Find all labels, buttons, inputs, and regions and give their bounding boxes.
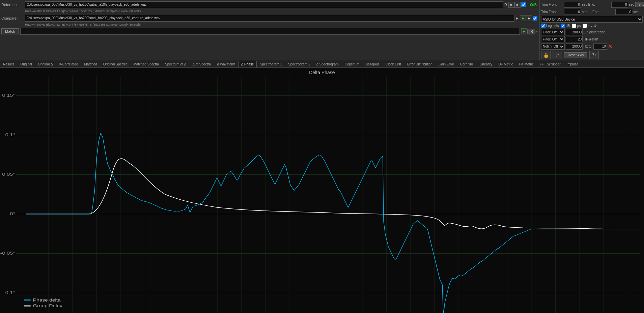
tab-original-[interactable]: Original Δ xyxy=(35,61,56,67)
tab-error-distribution[interactable]: Error Distribution xyxy=(404,61,436,67)
lock-icon-button[interactable]: 🔒 xyxy=(541,51,551,59)
compare-label: Compare: xyxy=(1,16,25,20)
checkbox-row: Log axis dB μs Inv. Φ xyxy=(541,24,643,28)
inv-label: Inv. Φ xyxy=(588,24,596,28)
tab-df-metric[interactable]: DF Metric xyxy=(495,61,516,67)
sec4-label: sec xyxy=(633,10,643,14)
expand-icon-button[interactable]: ⤢ xyxy=(553,51,562,59)
inv-item: Inv. Φ xyxy=(583,24,596,28)
db-gain-label: +0dB xyxy=(528,3,537,7)
compare-r-label: R xyxy=(516,16,519,20)
chart-container[interactable]: 0.15° 0.1° 0.05° 0° -0.05° -0.1° 10 20 3… xyxy=(0,76,644,313)
reference-file-input[interactable] xyxy=(25,1,503,8)
trim-front-row1: Trim Front: sec End: sec Show ◑ A xyxy=(541,1,643,8)
inv-checkbox[interactable] xyxy=(583,24,587,28)
compare-checkbox[interactable] xyxy=(533,16,537,21)
sec1-label: sec xyxy=(582,3,587,6)
tab--of-spectra[interactable]: Δ of Spectra xyxy=(190,61,214,67)
tab-spectrum-of-[interactable]: Spectrum of Δ xyxy=(162,61,189,67)
db-checkbox[interactable] xyxy=(561,24,565,28)
end-label2: End: xyxy=(592,10,614,14)
db-label2: dB xyxy=(566,24,570,28)
tabs-bar: ResultsOriginalOriginal ΔX-CorrelatedMat… xyxy=(0,60,644,68)
compare-file-input[interactable] xyxy=(25,15,514,22)
end-label: End: xyxy=(588,3,610,6)
tab-gain-error[interactable]: Gain Error xyxy=(436,61,457,67)
tab--waveform[interactable]: Δ Waveform xyxy=(214,61,238,67)
ir-button[interactable]: IR xyxy=(527,29,535,34)
lp-label: LP @start/enc xyxy=(584,30,605,34)
svg-text:Phase delta: Phase delta xyxy=(33,297,61,302)
us-item: μs xyxy=(572,24,581,28)
match-button[interactable]: Match xyxy=(1,28,19,34)
filter-input1[interactable] xyxy=(566,29,583,35)
tab-lissajous[interactable]: Lissajous xyxy=(362,61,383,67)
tab-original[interactable]: Original xyxy=(17,61,35,67)
trim-front-input2[interactable] xyxy=(564,9,581,15)
tab-clock-drift[interactable]: Clock Drift xyxy=(383,61,404,67)
tab-x-correlated[interactable]: X-Correlated xyxy=(56,61,81,67)
tab-corr-null[interactable]: Corr Null xyxy=(457,61,476,67)
tab-pk-metric[interactable]: PK Metric xyxy=(516,61,537,67)
svg-text:-0.1°: -0.1° xyxy=(3,290,15,295)
reset-axis-button[interactable]: Reset Axis xyxy=(564,52,587,58)
trim-front-row2: Trim Front: sec End: sec xyxy=(541,9,643,15)
match-input[interactable] xyxy=(20,28,520,35)
x-button[interactable]: ✕ xyxy=(608,43,612,50)
reference-checkbox[interactable] xyxy=(521,2,526,7)
us-label: μs xyxy=(577,24,581,28)
asio-select[interactable]: ASIO for USB Device xyxy=(541,16,643,23)
filter-select2[interactable]: Filter: Off xyxy=(541,36,565,42)
refresh-icon-button[interactable]: ↻ xyxy=(589,51,599,59)
tab-spectrogram-2[interactable]: Spectrogram 2 xyxy=(285,61,313,67)
reference-r-label: R xyxy=(504,3,507,7)
reference-meta: Rate=44100Hz Bits=24 Length=147344.15501… xyxy=(0,9,539,13)
tab--phase[interactable]: Δ Phase xyxy=(238,61,257,67)
trim-front-label: Trim Front: xyxy=(541,3,563,6)
hp-label: HP@start xyxy=(584,37,598,41)
chart-title: Delta Phase xyxy=(0,68,644,76)
reference-play-btn[interactable]: ▶ xyxy=(508,2,514,8)
tab-linearity[interactable]: Linearity xyxy=(477,61,496,67)
reference-play2-btn[interactable]: ▶ xyxy=(514,2,521,8)
tab-original-spectra[interactable]: Original Spectra xyxy=(100,61,131,67)
tab-spectrogram-1[interactable]: Spectrogram 1 xyxy=(257,61,285,67)
trim-front-input1[interactable] xyxy=(564,2,581,8)
log-axis-label: Log axis xyxy=(546,24,559,28)
tab-matched-spectra[interactable]: Matched Spectra xyxy=(131,61,162,67)
tab--spectrogram[interactable]: Δ Spectrogram xyxy=(313,61,342,67)
tab-matched[interactable]: Matched xyxy=(81,61,100,67)
compare-meta: Rate=44100Hz Bits=24 Length=147784.69378… xyxy=(0,23,539,27)
svg-text:0.1°: 0.1° xyxy=(5,132,15,137)
chart-area: Delta Phase xyxy=(0,68,644,313)
us-checkbox[interactable] xyxy=(572,24,576,28)
tab-impulse[interactable]: Impulse xyxy=(564,61,582,67)
match-row: Match ▶ IR ○ xyxy=(0,27,539,36)
svg-text:Group Delay: Group Delay xyxy=(33,304,63,308)
filter-select1[interactable]: Filter: Off xyxy=(541,29,565,35)
end-input2[interactable] xyxy=(615,9,632,15)
db-item: dB xyxy=(561,24,570,28)
filter-input2[interactable] xyxy=(566,36,583,42)
notch-row: Notch: Off Hz Q: ✕ xyxy=(541,43,643,50)
notch-select[interactable]: Notch: Off xyxy=(541,44,565,50)
tab-fft-scrubber[interactable]: FFT Scrubber xyxy=(537,61,564,67)
compare-play2-btn[interactable]: ▶ xyxy=(526,15,532,21)
asio-row: ASIO for USB Device xyxy=(541,16,643,23)
q-input[interactable] xyxy=(593,44,607,50)
hz-label: Hz xyxy=(584,45,588,48)
sec3-label: sec xyxy=(582,10,591,14)
ir-superscript: ○ xyxy=(536,30,538,33)
end-input1[interactable] xyxy=(611,2,628,8)
tab-results[interactable]: Results xyxy=(0,61,17,67)
log-axis-checkbox[interactable] xyxy=(541,24,545,28)
filter-row1: Filter: Off LP @start/enc xyxy=(541,29,643,35)
compare-row: Compare: R ▶ ▶ xyxy=(0,13,539,23)
show-button[interactable]: Show xyxy=(635,2,644,7)
compare-play-btn[interactable]: ▶ xyxy=(520,15,526,21)
notch-input[interactable] xyxy=(566,44,583,50)
svg-text:0.05°: 0.05° xyxy=(2,172,15,177)
tab-cepstrum[interactable]: Cepstrum xyxy=(342,61,362,67)
match-play-btn[interactable]: ▶ xyxy=(521,28,527,34)
filter-row2: Filter: Off HP@start xyxy=(541,36,643,42)
